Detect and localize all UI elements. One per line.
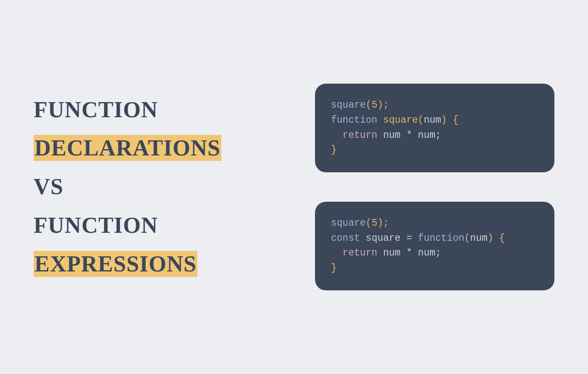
- code-line: square(5);: [331, 216, 538, 231]
- code-line: function square(num) {: [331, 113, 538, 128]
- heading-panel: FUNCTION DECLARATIONS VS FUNCTION EXPRES…: [34, 91, 273, 284]
- code-line: }: [331, 143, 538, 158]
- code-line: square(5);: [331, 98, 538, 113]
- code-line: return num * num;: [331, 128, 538, 143]
- heading-line-4: FUNCTION: [34, 206, 273, 245]
- main-heading: FUNCTION DECLARATIONS VS FUNCTION EXPRES…: [34, 91, 273, 284]
- code-block-declaration: square(5); function square(num) { return…: [315, 84, 554, 172]
- heading-line-1: FUNCTION: [34, 91, 273, 129]
- diagram-container: FUNCTION DECLARATIONS VS FUNCTION EXPRES…: [34, 84, 554, 290]
- code-line: }: [331, 261, 538, 276]
- heading-line-2-highlight: DECLARATIONS: [34, 135, 221, 161]
- code-line: return num * num;: [331, 246, 538, 261]
- heading-line-3: VS: [34, 168, 273, 206]
- code-panel: square(5); function square(num) { return…: [315, 84, 554, 290]
- code-line: const square = function(num) {: [331, 231, 538, 246]
- heading-line-5-highlight: EXPRESSIONS: [34, 251, 197, 277]
- code-block-expression: square(5); const square = function(num) …: [315, 202, 554, 290]
